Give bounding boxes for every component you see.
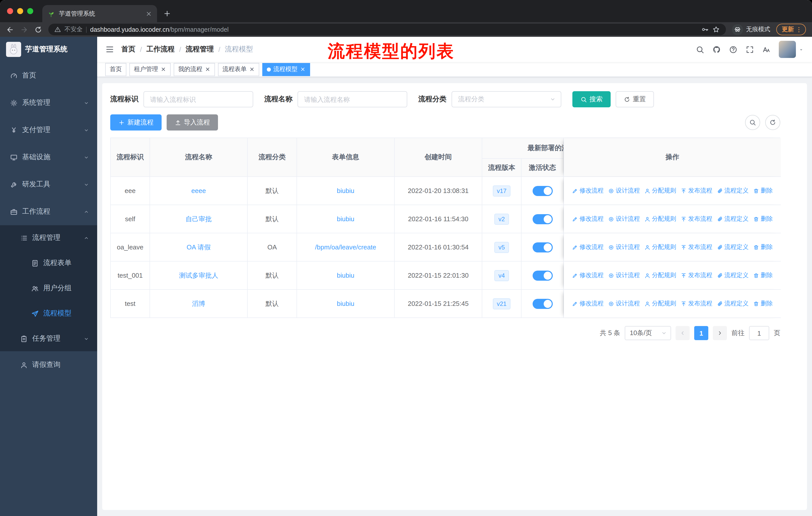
- form-link[interactable]: biubiu: [337, 187, 354, 194]
- sidebar-item[interactable]: 流程模型: [0, 301, 97, 326]
- browser-tab[interactable]: 芋道管理系统: [42, 5, 157, 22]
- back-button[interactable]: [6, 25, 14, 33]
- action-publish-button[interactable]: 发布流程: [680, 299, 712, 308]
- action-edit-button[interactable]: 修改流程: [572, 271, 604, 280]
- address-bar[interactable]: 不安全 dashboard.yudao.iocoder.cn/bpm/manag…: [48, 24, 726, 35]
- process-category-select[interactable]: 流程分类: [452, 91, 561, 107]
- breadcrumb-item[interactable]: 工作流程: [146, 45, 175, 54]
- next-page-button[interactable]: [713, 326, 727, 340]
- action-edit-button[interactable]: 修改流程: [572, 215, 604, 223]
- sidebar-item[interactable]: 研发工具: [0, 171, 97, 198]
- process-key-input[interactable]: [143, 91, 253, 107]
- process-name-link[interactable]: 滔博: [192, 299, 205, 308]
- action-delete-button[interactable]: 删除: [753, 186, 773, 195]
- menu-fold-icon[interactable]: [105, 45, 114, 54]
- new-tab-button[interactable]: [163, 9, 171, 18]
- tag-item[interactable]: 首页: [105, 63, 126, 76]
- action-delete-button[interactable]: 删除: [753, 299, 773, 308]
- sidebar-item[interactable]: 请假查询: [0, 351, 97, 378]
- action-definition-button[interactable]: 流程定义: [717, 271, 749, 280]
- sidebar-item[interactable]: 流程管理: [0, 225, 97, 250]
- action-design-button[interactable]: 设计流程: [608, 299, 640, 308]
- close-icon[interactable]: [249, 66, 255, 72]
- sidebar-item[interactable]: 工作流程: [0, 198, 97, 225]
- tag-item[interactable]: 租户管理: [129, 63, 171, 76]
- process-name-link[interactable]: 测试多审批人: [179, 271, 218, 280]
- import-process-button[interactable]: 导入流程: [167, 114, 218, 131]
- action-definition-button[interactable]: 流程定义: [717, 243, 749, 251]
- forward-button[interactable]: [20, 25, 28, 33]
- search-button[interactable]: 搜索: [572, 91, 611, 107]
- action-design-button[interactable]: 设计流程: [608, 186, 640, 195]
- action-assign-button[interactable]: 分配规则: [644, 215, 676, 223]
- action-publish-button[interactable]: 发布流程: [680, 243, 712, 251]
- action-design-button[interactable]: 设计流程: [608, 243, 640, 251]
- action-delete-button[interactable]: 删除: [753, 215, 773, 223]
- user-menu[interactable]: [779, 41, 804, 58]
- form-link[interactable]: biubiu: [337, 215, 354, 223]
- breadcrumb-item[interactable]: 流程管理: [186, 45, 214, 54]
- process-name-input[interactable]: [297, 91, 407, 107]
- avatar[interactable]: [779, 41, 796, 58]
- window-close-button[interactable]: [7, 8, 13, 14]
- sidebar-item[interactable]: 流程表单: [0, 250, 97, 276]
- page-size-select[interactable]: 10条/页: [625, 326, 671, 340]
- status-toggle[interactable]: [532, 242, 552, 252]
- sidebar-item[interactable]: 系统管理: [0, 89, 97, 116]
- github-icon[interactable]: [712, 45, 721, 54]
- window-minimize-button[interactable]: [17, 8, 23, 14]
- browser-update-button[interactable]: 更新: [776, 24, 806, 35]
- status-toggle[interactable]: [532, 270, 552, 280]
- action-design-button[interactable]: 设计流程: [608, 271, 640, 280]
- bookmark-star-icon[interactable]: [712, 26, 720, 33]
- status-toggle[interactable]: [532, 186, 552, 196]
- close-icon[interactable]: [300, 66, 306, 72]
- window-zoom-button[interactable]: [27, 8, 33, 14]
- tag-item[interactable]: 流程模型: [262, 63, 310, 76]
- action-definition-button[interactable]: 流程定义: [717, 215, 749, 223]
- action-delete-button[interactable]: 删除: [753, 271, 773, 280]
- action-definition-button[interactable]: 流程定义: [717, 186, 749, 195]
- action-assign-button[interactable]: 分配规则: [644, 299, 676, 308]
- sidebar-item[interactable]: 支付管理: [0, 116, 97, 144]
- action-delete-button[interactable]: 删除: [753, 243, 773, 251]
- prev-page-button[interactable]: [675, 326, 690, 340]
- header-search-icon[interactable]: [696, 45, 704, 54]
- reload-button[interactable]: [34, 25, 42, 33]
- action-edit-button[interactable]: 修改流程: [572, 243, 604, 251]
- action-publish-button[interactable]: 发布流程: [680, 186, 712, 195]
- form-link[interactable]: biubiu: [337, 272, 354, 279]
- tag-item[interactable]: 流程表单: [218, 63, 259, 76]
- browser-menu-dots-icon[interactable]: [795, 26, 803, 33]
- process-name-link[interactable]: OA 请假: [186, 243, 210, 252]
- action-publish-button[interactable]: 发布流程: [680, 271, 712, 280]
- process-name-link[interactable]: eeee: [191, 187, 206, 194]
- action-edit-button[interactable]: 修改流程: [572, 299, 604, 308]
- action-assign-button[interactable]: 分配规则: [644, 243, 676, 251]
- goto-page-input[interactable]: [749, 326, 769, 340]
- font-size-icon[interactable]: [762, 45, 771, 54]
- action-definition-button[interactable]: 流程定义: [717, 299, 749, 308]
- action-publish-button[interactable]: 发布流程: [680, 215, 712, 223]
- status-toggle[interactable]: [532, 214, 552, 224]
- form-link[interactable]: /bpm/oa/leave/create: [315, 243, 376, 251]
- close-icon[interactable]: [161, 66, 166, 72]
- close-icon[interactable]: [205, 66, 210, 72]
- breadcrumb-item[interactable]: 首页: [121, 45, 136, 54]
- form-link[interactable]: biubiu: [337, 300, 354, 307]
- sidebar-item[interactable]: 首页: [0, 62, 97, 89]
- status-toggle[interactable]: [532, 299, 552, 309]
- tag-item[interactable]: 我的流程: [174, 63, 215, 76]
- refresh-table-button[interactable]: [765, 115, 780, 130]
- toggle-search-button[interactable]: [745, 115, 760, 130]
- process-name-link[interactable]: 自己审批: [185, 214, 212, 223]
- password-key-icon[interactable]: [701, 26, 709, 33]
- reset-button[interactable]: 重置: [616, 91, 654, 107]
- action-assign-button[interactable]: 分配规则: [644, 271, 676, 280]
- action-assign-button[interactable]: 分配规则: [644, 186, 676, 195]
- tab-close-icon[interactable]: [145, 10, 152, 17]
- help-icon[interactable]: [729, 45, 737, 54]
- sidebar-item[interactable]: 用户分组: [0, 276, 97, 301]
- sidebar-item[interactable]: 基础设施: [0, 144, 97, 171]
- page-number-button[interactable]: 1: [694, 326, 708, 340]
